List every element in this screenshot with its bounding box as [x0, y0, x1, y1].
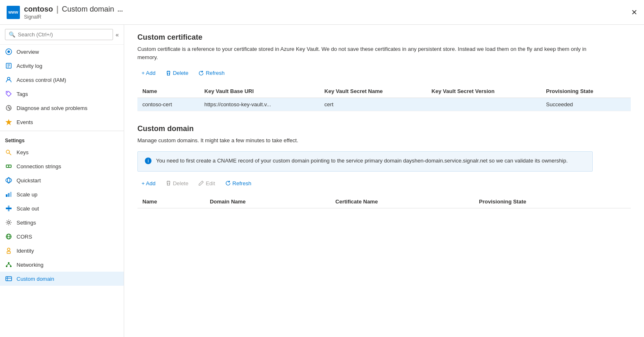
- svg-line-30: [7, 264, 9, 265]
- domain-add-button[interactable]: + Add: [137, 178, 160, 189]
- cert-table: Name Key Vault Base URI Key Vault Secret…: [137, 85, 631, 111]
- domain-delete-button[interactable]: Delete: [161, 178, 193, 189]
- nav-overview-label: Overview: [17, 49, 39, 55]
- nav-quickstart[interactable]: Quickstart: [0, 173, 124, 187]
- nav-diagnose[interactable]: Diagnose and solve problems: [0, 101, 124, 115]
- nav-diagnose-label: Diagnose and solve problems: [17, 105, 87, 111]
- svg-text:i: i: [148, 158, 149, 164]
- svg-marker-9: [5, 119, 12, 125]
- nav-custom-domain-label: Custom domain: [17, 276, 54, 282]
- sidebar: 🔍 « Overview Activity log Access control…: [0, 25, 124, 337]
- settings-section-label: Settings: [0, 131, 124, 145]
- cert-table-container: Name Key Vault Base URI Key Vault Secret…: [137, 85, 631, 111]
- svg-rect-32: [6, 277, 12, 281]
- svg-point-21: [8, 222, 10, 224]
- nav-tags-label: Tags: [17, 91, 28, 97]
- svg-rect-20: [8, 206, 10, 211]
- nav-access-control-label: Access control (IAM): [17, 77, 66, 83]
- search-icon: 🔍: [9, 31, 15, 38]
- custom-domain-icon: [5, 275, 12, 282]
- nav-events-label: Events: [17, 119, 33, 125]
- svg-point-7: [7, 92, 8, 93]
- nav-networking[interactable]: Networking: [0, 258, 124, 272]
- cert-col-name: Name: [137, 85, 199, 98]
- tags-icon: [5, 90, 12, 98]
- scale-out-icon: [5, 205, 12, 212]
- domain-col-domain-name: Domain Name: [205, 195, 330, 208]
- resource-subtitle: SignalR: [24, 14, 123, 20]
- resource-name: contoso: [24, 5, 53, 14]
- cert-toolbar: + Add Delete Refresh: [137, 68, 631, 78]
- nav-settings[interactable]: Settings: [0, 215, 124, 229]
- title-bar: www contoso | Custom domain ... SignalR …: [0, 0, 644, 25]
- cert-delete-button[interactable]: Delete: [161, 68, 193, 78]
- events-icon: [5, 118, 12, 126]
- connection-strings-icon: [5, 163, 12, 170]
- close-button[interactable]: ✕: [631, 8, 637, 17]
- svg-rect-12: [7, 165, 8, 167]
- cert-section: Custom certificate Custom certificate is…: [137, 33, 631, 111]
- nav-activity-log[interactable]: Activity log: [0, 59, 124, 73]
- domain-section: Custom domain Manage custom domains. It …: [137, 124, 631, 208]
- cert-secret-name-cell: cert: [320, 98, 427, 111]
- svg-rect-26: [7, 251, 10, 253]
- cors-icon: [5, 233, 12, 240]
- nav-connection-strings-label: Connection strings: [17, 163, 61, 170]
- info-banner: i You need to first create a CNAME recor…: [137, 151, 593, 172]
- quickstart-icon: [5, 177, 12, 184]
- cert-add-button[interactable]: + Add: [137, 68, 160, 78]
- domain-section-title: Custom domain: [137, 124, 631, 133]
- nav-custom-domain[interactable]: Custom domain: [0, 272, 124, 286]
- nav-events[interactable]: Events: [0, 115, 124, 129]
- info-icon: i: [144, 157, 152, 166]
- domain-refresh-button[interactable]: Refresh: [221, 178, 256, 189]
- cert-refresh-icon: [198, 70, 204, 76]
- title-main: contoso | Custom domain ...: [24, 5, 123, 14]
- svg-point-10: [6, 150, 10, 153]
- nav-keys[interactable]: Keys: [0, 145, 124, 159]
- svg-point-27: [8, 262, 10, 264]
- nav-keys-label: Keys: [17, 149, 29, 155]
- nav-connection-strings[interactable]: Connection strings: [0, 159, 124, 173]
- nav-overview[interactable]: Overview: [0, 45, 124, 59]
- cert-table-row[interactable]: contoso-cert https://contoso-key-vault.v…: [137, 98, 631, 111]
- cert-col-kvuri: Key Vault Base URI: [199, 85, 320, 98]
- domain-toolbar: + Add Delete Edit Refresh: [137, 178, 631, 189]
- nav-scale-out-label: Scale out: [17, 206, 39, 212]
- more-options-button[interactable]: ...: [118, 6, 123, 13]
- cert-secret-version-cell: [427, 98, 541, 111]
- domain-col-name: Name: [137, 195, 205, 208]
- collapse-button[interactable]: «: [115, 31, 119, 38]
- search-input-container[interactable]: 🔍: [5, 29, 113, 40]
- delete-icon: [166, 70, 171, 76]
- diagnose-icon: [5, 104, 12, 112]
- svg-point-28: [6, 265, 7, 267]
- svg-point-6: [7, 77, 10, 80]
- overview-icon: [5, 48, 12, 55]
- nav-scale-up[interactable]: Scale up: [0, 187, 124, 201]
- domain-col-provisioning: Provisioning State: [474, 195, 631, 208]
- svg-rect-13: [9, 165, 11, 167]
- nav-tags[interactable]: Tags: [0, 87, 124, 101]
- nav-identity[interactable]: Identity: [0, 244, 124, 258]
- nav-scale-out[interactable]: Scale out: [0, 201, 124, 215]
- cert-kvuri-cell: https://contoso-key-vault.v...: [199, 98, 320, 111]
- search-field[interactable]: [18, 31, 109, 38]
- scale-up-icon: [5, 191, 12, 198]
- domain-table-container: Name Domain Name Certificate Name Provis…: [137, 195, 631, 208]
- info-banner-text: You need to first create a CNAME record …: [156, 157, 568, 165]
- domain-refresh-icon: [225, 180, 231, 186]
- cert-refresh-button[interactable]: Refresh: [194, 68, 229, 78]
- identity-icon: [5, 247, 12, 254]
- networking-icon: [5, 261, 12, 268]
- svg-rect-18: [10, 192, 12, 197]
- cert-col-secret-name: Key Vault Secret Name: [320, 85, 427, 98]
- nav-activity-log-label: Activity log: [17, 63, 42, 69]
- title-text: contoso | Custom domain ... SignalR: [24, 5, 123, 20]
- svg-point-25: [7, 248, 10, 251]
- domain-edit-button[interactable]: Edit: [194, 178, 219, 189]
- nav-cors[interactable]: CORS: [0, 229, 124, 244]
- nav-access-control[interactable]: Access control (IAM): [0, 73, 124, 87]
- search-bar: 🔍 «: [0, 25, 124, 45]
- keys-icon: [5, 148, 12, 156]
